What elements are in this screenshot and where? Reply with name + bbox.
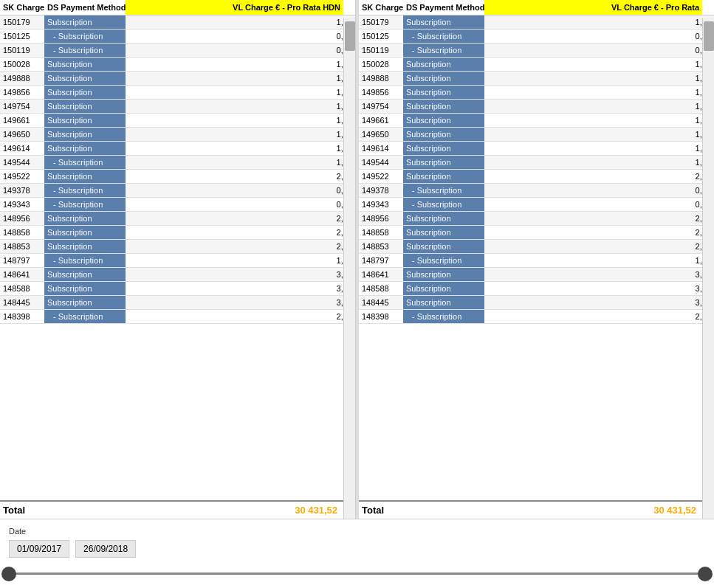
left-table-body: 150179Subscription1,00150125- Subscripti… — [0, 15, 355, 500]
cell-ds: Subscription — [403, 170, 484, 183]
table-row: 149888Subscription1,00 — [359, 72, 714, 86]
cell-sk: 148797 — [0, 254, 44, 267]
table-row: 148588Subscription3,00 — [359, 282, 714, 296]
cell-sk: 149614 — [359, 142, 403, 155]
cell-vl: 2,50 — [484, 212, 714, 225]
cell-vl: 1,50 — [126, 114, 355, 127]
table-row: 149522Subscription2,00 — [0, 170, 355, 184]
cell-ds: Subscription — [403, 268, 484, 281]
cell-ds: - Subscription — [403, 44, 484, 57]
table-row: 149650Subscription1,50 — [359, 128, 714, 142]
table-row: 149754Subscription1,50 — [0, 100, 355, 114]
cell-ds: - Subscription — [403, 184, 484, 197]
cell-vl: 1,50 — [126, 86, 355, 99]
cell-sk: 149522 — [0, 170, 44, 183]
cell-sk: 148641 — [0, 268, 44, 281]
cell-sk: 149661 — [359, 114, 403, 127]
right-table-panel: SK Charge DS Payment Method VL Charge € … — [359, 0, 714, 519]
cell-vl: 0,44 — [484, 30, 714, 43]
cell-sk: 148858 — [359, 226, 403, 239]
table-row: 149661Subscription1,50 — [0, 114, 355, 128]
cell-sk: 148641 — [359, 268, 403, 281]
cell-ds: Subscription — [44, 142, 126, 155]
scrollbar[interactable] — [702, 18, 714, 519]
cell-vl: 1,00 — [484, 72, 714, 85]
cell-vl: 0,88 — [484, 198, 714, 211]
table-row: 148853Subscription2,50 — [0, 240, 355, 254]
left-header-scroll — [343, 0, 355, 15]
cell-sk: 150179 — [0, 15, 44, 29]
cell-sk: 149754 — [0, 100, 44, 113]
table-row: 149650Subscription1,50 — [0, 128, 355, 142]
cell-ds: Subscription — [44, 170, 126, 183]
cell-ds: Subscription — [403, 86, 484, 99]
cell-ds: Subscription — [44, 240, 126, 253]
cell-ds: Subscription — [44, 114, 126, 127]
right-header-sk: SK Charge — [359, 0, 403, 15]
cell-ds: Subscription — [44, 58, 126, 71]
cell-ds: Subscription — [403, 114, 484, 127]
table-row: 149544- Subscription1,31 — [0, 156, 355, 170]
cell-sk: 149378 — [0, 184, 44, 197]
table-row: 149343- Subscription0,88 — [359, 198, 714, 212]
scrollbar-thumb[interactable] — [704, 21, 714, 51]
cell-ds: Subscription — [403, 128, 484, 141]
cell-sk: 149544 — [359, 156, 403, 169]
slider-thumb-right[interactable] — [698, 567, 713, 581]
cell-sk: 149888 — [0, 72, 44, 85]
tables-row: SK Charge DS Payment Method VL Charge € … — [0, 0, 714, 519]
left-table-header: SK Charge DS Payment Method VL Charge € … — [0, 0, 355, 15]
cell-vl: 2,50 — [484, 226, 714, 239]
right-header-vl: VL Charge € - Pro Rata — [484, 0, 702, 15]
cell-vl: 1,50 — [126, 128, 355, 141]
cell-vl: 1,50 — [484, 100, 714, 113]
date-slider[interactable] — [9, 567, 705, 581]
cell-sk: 148853 — [359, 240, 403, 253]
cell-vl: 3,00 — [484, 282, 714, 295]
cell-vl: 1,00 — [126, 58, 355, 71]
left-footer-label: Total — [3, 505, 47, 516]
cell-vl: 1,10 — [484, 254, 714, 267]
table-row: 148858Subscription2,50 — [0, 226, 355, 240]
cell-vl: 1,50 — [484, 114, 714, 127]
cell-ds: - Subscription — [403, 310, 484, 323]
cell-vl: 2,00 — [126, 170, 355, 183]
cell-vl: 1,00 — [126, 72, 355, 85]
cell-ds: Subscription — [403, 100, 484, 113]
cell-ds: Subscription — [403, 282, 484, 295]
cell-vl: 0,44 — [126, 44, 355, 57]
cell-vl: 1,00 — [484, 58, 714, 71]
bottom-section: Date 01/09/2017 26/09/2018 — [0, 519, 714, 588]
cell-ds: Subscription — [403, 296, 484, 309]
right-table-footer: Total 30 431,52 — [359, 500, 714, 519]
scrollbar[interactable] — [343, 18, 355, 519]
cell-ds: Subscription — [44, 226, 126, 239]
right-header-ds: DS Payment Method — [403, 0, 484, 15]
cell-vl: 3,00 — [126, 282, 355, 295]
cell-vl: 0,44 — [126, 30, 355, 43]
cell-ds: - Subscription — [44, 44, 126, 57]
slider-thumb-left[interactable] — [1, 567, 16, 581]
cell-ds: Subscription — [44, 128, 126, 141]
cell-vl: 1,50 — [484, 86, 714, 99]
cell-vl: 2,00 — [484, 170, 714, 183]
table-row: 150028Subscription1,00 — [0, 58, 355, 72]
cell-vl: 0,88 — [126, 198, 355, 211]
cell-vl: 2,50 — [126, 240, 355, 253]
table-row: 150125- Subscription0,44 — [0, 30, 355, 44]
cell-ds: Subscription — [403, 142, 484, 155]
cell-vl: 1,31 — [484, 156, 714, 169]
cell-sk: 150028 — [0, 58, 44, 71]
cell-sk: 149888 — [359, 72, 403, 85]
cell-ds: - Subscription — [44, 198, 126, 211]
cell-ds: Subscription — [44, 86, 126, 99]
scrollbar-thumb[interactable] — [345, 21, 355, 51]
table-row: 148858Subscription2,50 — [359, 226, 714, 240]
date-start[interactable]: 01/09/2017 — [9, 540, 69, 558]
right-footer-value: 30 431,52 — [487, 505, 699, 516]
table-row: 148588Subscription3,00 — [0, 282, 355, 296]
date-end[interactable]: 26/09/2018 — [75, 540, 136, 558]
table-row: 149661Subscription1,50 — [359, 114, 714, 128]
cell-sk: 149343 — [0, 198, 44, 211]
cell-sk: 148853 — [0, 240, 44, 253]
